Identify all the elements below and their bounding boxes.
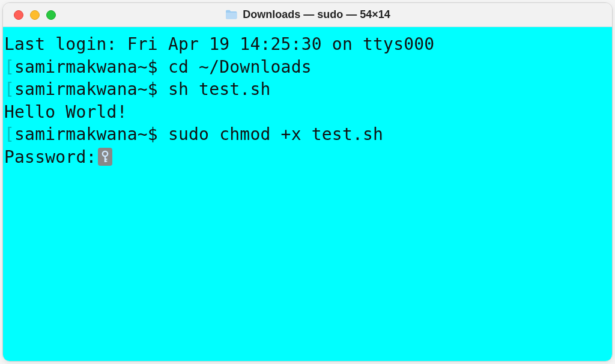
maximize-button[interactable] [46,10,56,20]
svg-rect-3 [104,161,107,162]
prompt-bracket: [ [4,56,14,79]
password-prompt-line: Password: [4,146,608,169]
minimize-button[interactable] [30,10,40,20]
close-button[interactable] [14,10,23,20]
output-text: Hello World! [4,101,127,124]
last-login-text: Last login: Fri Apr 19 14:25:30 on ttys0… [4,33,434,56]
prompt-bracket: [ [4,123,14,146]
output-line: Hello World! [4,101,608,124]
command-text: sh test.sh [168,78,271,101]
prompt-user: samirmakwana~$ [14,56,168,79]
prompt-line: [samirmakwana~$ sudo chmod +x test.sh [4,123,608,146]
terminal-window: Downloads — sudo — 54×14 Last login: Fri… [2,2,613,362]
prompt-line: [samirmakwana~$ sh test.sh [4,78,608,101]
command-text: sudo chmod +x test.sh [168,123,383,146]
command-text: cd ~/Downloads [168,56,312,79]
prompt-line: [samirmakwana~$ cd ~/Downloads [4,56,608,79]
prompt-bracket: [ [4,78,14,101]
titlebar: Downloads — sudo — 54×14 [3,3,612,27]
folder-icon [225,10,238,20]
window-controls [3,10,56,20]
prompt-user: samirmakwana~$ [14,78,168,101]
svg-point-0 [102,151,107,156]
svg-rect-2 [104,159,107,160]
terminal-body[interactable]: Last login: Fri Apr 19 14:25:30 on ttys0… [3,27,612,361]
key-icon [98,148,112,166]
password-label: Password: [4,146,97,169]
window-title: Downloads — sudo — 54×14 [243,8,390,21]
prompt-user: samirmakwana~$ [14,123,168,146]
last-login-line: Last login: Fri Apr 19 14:25:30 on ttys0… [4,33,608,56]
window-title-container: Downloads — sudo — 54×14 [225,8,390,21]
